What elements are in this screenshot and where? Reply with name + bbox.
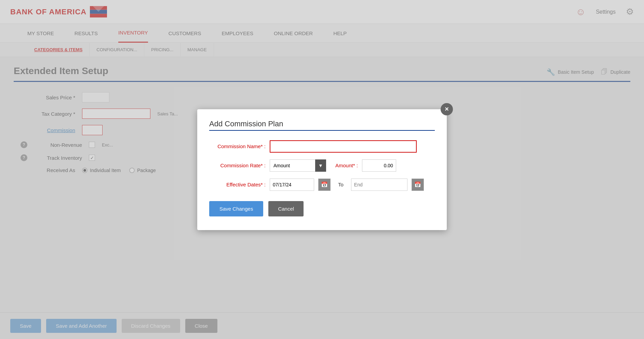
commission-name-label: Commission Name* : xyxy=(209,143,266,149)
cancel-button[interactable]: Cancel xyxy=(268,201,304,216)
date-to-calendar-icon[interactable]: 📅 xyxy=(412,179,424,191)
save-changes-button[interactable]: Save Changes xyxy=(209,201,263,216)
commission-rate-select[interactable]: Amount Percentage xyxy=(270,159,326,172)
amount-inline-label: Amount* : xyxy=(335,163,358,168)
modal: × Add Commission Plan Commission Name* :… xyxy=(197,109,447,230)
commission-rate-label: Commission Rate* : xyxy=(209,163,266,168)
date-from-input[interactable] xyxy=(270,179,314,191)
modal-title-underline xyxy=(209,130,435,131)
date-from-calendar-icon[interactable]: 📅 xyxy=(318,179,331,191)
modal-title: Add Commission Plan xyxy=(209,119,435,128)
commission-name-row: Commission Name* : xyxy=(209,140,435,153)
commission-name-input[interactable] xyxy=(270,140,417,153)
commission-rate-row: Commission Rate* : Amount Percentage ▼ A… xyxy=(209,159,435,172)
modal-close-button[interactable]: × xyxy=(441,103,453,115)
commission-rate-select-wrapper: Amount Percentage ▼ xyxy=(270,159,326,172)
to-label: To xyxy=(338,182,344,187)
date-to-input[interactable] xyxy=(351,179,407,191)
effective-dates-row: Effective Dates* : 📅 To 📅 xyxy=(209,179,435,191)
modal-buttons: Save Changes Cancel xyxy=(209,201,435,216)
effective-dates-label: Effective Dates* : xyxy=(209,182,266,187)
amount-input[interactable] xyxy=(362,159,396,172)
modal-overlay: × Add Commission Plan Commission Name* :… xyxy=(0,0,644,339)
